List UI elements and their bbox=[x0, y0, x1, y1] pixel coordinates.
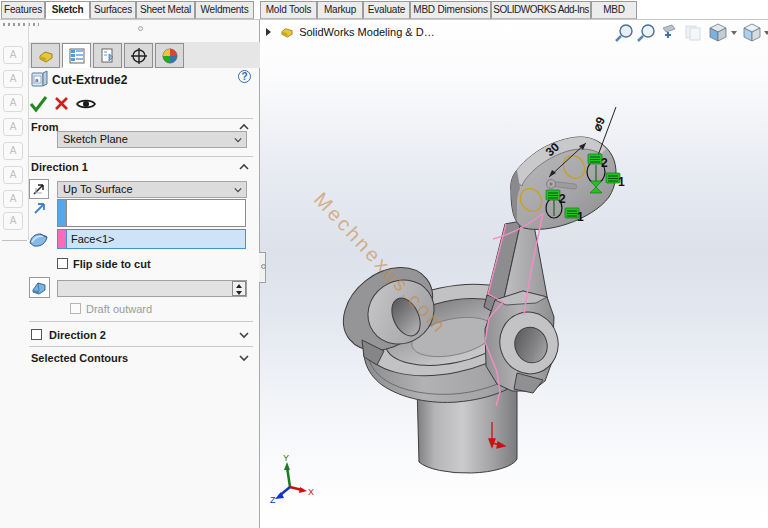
svg-text:Y: Y bbox=[283, 453, 289, 463]
svg-text:X: X bbox=[308, 487, 314, 497]
svg-text:2: 2 bbox=[559, 192, 566, 206]
svg-text:2: 2 bbox=[601, 156, 608, 170]
svg-text:Z: Z bbox=[270, 495, 276, 505]
svg-text:1: 1 bbox=[618, 175, 625, 189]
svg-text:⌀9: ⌀9 bbox=[590, 115, 608, 133]
svg-text:1: 1 bbox=[577, 210, 584, 224]
